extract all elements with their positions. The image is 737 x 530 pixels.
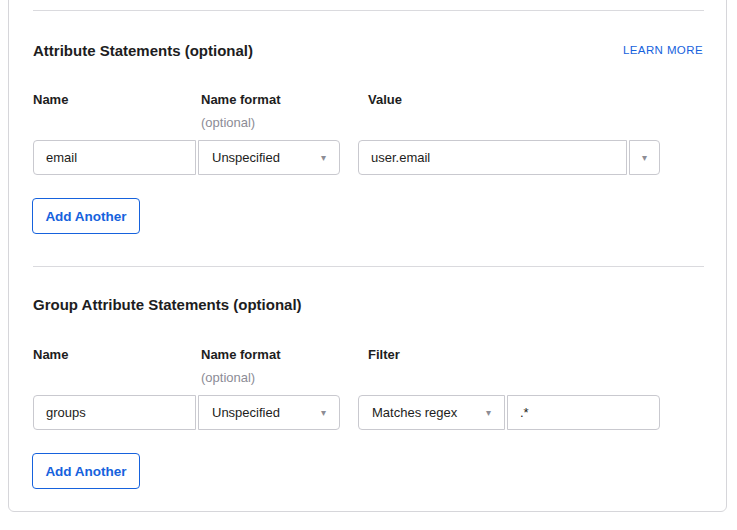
attribute-value-dropdown-button[interactable]: ▾ — [629, 140, 660, 175]
group-attribute-name-format-select[interactable]: Unspecified ▾ — [198, 395, 340, 430]
column-header-filter: Filter — [368, 347, 400, 363]
add-another-group-attribute-button[interactable]: Add Another — [32, 453, 140, 489]
group-filter-type-value: Matches regex — [372, 405, 457, 420]
column-header-name-format-note: (optional) — [201, 115, 255, 131]
section-divider — [33, 266, 704, 267]
attribute-value-input[interactable] — [358, 140, 627, 175]
chevron-down-icon: ▾ — [321, 153, 326, 163]
attribute-name-format-select[interactable]: Unspecified ▾ — [198, 140, 340, 175]
column-header-name-format: Name format — [201, 347, 280, 363]
group-attribute-name-input[interactable] — [33, 395, 196, 430]
group-filter-value-input[interactable] — [507, 395, 660, 430]
column-header-name-format-note: (optional) — [201, 370, 255, 386]
group-filter-type-select[interactable]: Matches regex ▾ — [358, 395, 505, 430]
attribute-statements-title: Attribute Statements (optional) — [33, 42, 253, 60]
chevron-down-icon: ▾ — [321, 408, 326, 418]
column-header-name: Name — [33, 92, 68, 108]
group-attribute-name-format-value: Unspecified — [212, 405, 280, 420]
section-divider — [33, 10, 704, 11]
group-attribute-statements-title: Group Attribute Statements (optional) — [33, 296, 302, 314]
chevron-down-icon: ▾ — [486, 408, 491, 418]
saml-settings-card — [8, 0, 727, 512]
column-header-name-format: Name format — [201, 92, 280, 108]
column-header-name: Name — [33, 347, 68, 363]
attribute-name-input[interactable] — [33, 140, 196, 175]
learn-more-link[interactable]: LEARN MORE — [623, 43, 703, 57]
column-header-value: Value — [368, 92, 402, 108]
add-another-attribute-button[interactable]: Add Another — [32, 198, 140, 234]
attribute-name-format-value: Unspecified — [212, 150, 280, 165]
chevron-down-icon: ▾ — [642, 153, 647, 163]
